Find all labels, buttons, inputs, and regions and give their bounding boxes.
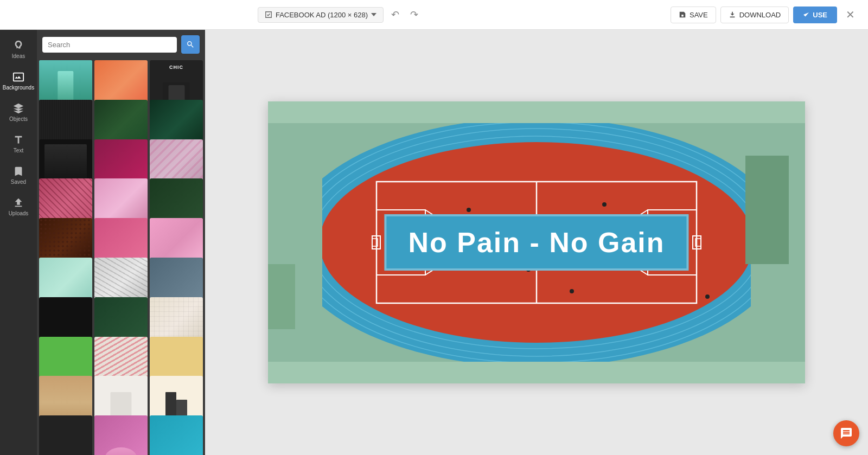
download-button[interactable]: DOWNLOAD <box>720 7 789 23</box>
topbar-right: SAVE DOWNLOAD USE ✕ <box>671 6 859 23</box>
sidebar-item-ideas[interactable]: Ideas <box>0 34 37 65</box>
sidebar-label-backgrounds: Backgrounds <box>3 85 34 91</box>
svg-rect-29 <box>268 362 805 383</box>
save-button[interactable]: SAVE <box>671 7 716 23</box>
grid-item[interactable] <box>94 415 148 455</box>
canvas-area: No Pain - No Gain <box>205 30 868 455</box>
canvas-text-overlay[interactable]: No Pain - No Gain <box>384 214 688 271</box>
grid-item[interactable] <box>39 415 92 455</box>
topbar: FACEBOOK AD (1200 × 628) ↶ ↷ SAVE DOWNLO… <box>0 0 868 30</box>
sidebar-item-text[interactable]: Text <box>0 129 37 159</box>
search-input[interactable] <box>42 37 177 53</box>
main-layout: Ideas Backgrounds Objects Text Saved Upl… <box>0 30 868 455</box>
sidebar: Ideas Backgrounds Objects Text Saved Upl… <box>0 30 37 455</box>
sidebar-label-text: Text <box>14 148 23 153</box>
svg-point-17 <box>467 208 471 212</box>
sidebar-item-saved[interactable]: Saved <box>0 160 37 190</box>
redo-button[interactable]: ↷ <box>407 5 422 24</box>
sidebar-label-objects: Objects <box>9 116 28 122</box>
canvas-container[interactable]: No Pain - No Gain <box>268 101 805 383</box>
canvas-headline: No Pain - No Gain <box>408 227 665 258</box>
sidebar-item-backgrounds[interactable]: Backgrounds <box>0 66 37 96</box>
close-button[interactable]: ✕ <box>841 6 859 23</box>
chat-bubble-button[interactable] <box>833 420 859 446</box>
sidebar-label-ideas: Ideas <box>12 53 25 59</box>
format-button[interactable]: FACEBOOK AD (1200 × 628) <box>258 7 384 23</box>
save-label: SAVE <box>690 11 708 19</box>
sidebar-item-uploads[interactable]: Uploads <box>0 191 37 222</box>
svg-rect-31 <box>268 264 295 329</box>
format-label: FACEBOOK AD (1200 × 628) <box>276 11 368 19</box>
search-bar <box>37 30 205 58</box>
svg-point-23 <box>570 289 574 293</box>
search-submit-button[interactable] <box>181 35 200 54</box>
backgrounds-panel: CHIC <box>37 30 205 455</box>
svg-point-24 <box>705 294 710 299</box>
svg-rect-26 <box>268 101 322 383</box>
sidebar-label-uploads: Uploads <box>9 210 29 216</box>
sidebar-item-objects[interactable]: Objects <box>0 97 37 127</box>
backgrounds-grid: CHIC <box>37 58 205 455</box>
svg-rect-30 <box>745 156 789 264</box>
sidebar-label-saved: Saved <box>11 179 26 185</box>
use-label: USE <box>813 11 827 19</box>
use-button[interactable]: USE <box>793 7 837 23</box>
download-label: DOWNLOAD <box>739 11 781 19</box>
undo-button[interactable]: ↶ <box>388 5 403 24</box>
svg-rect-28 <box>268 101 805 123</box>
svg-point-19 <box>602 202 607 207</box>
topbar-center: FACEBOOK AD (1200 × 628) ↶ ↷ <box>258 5 422 24</box>
grid-item[interactable] <box>150 415 203 455</box>
